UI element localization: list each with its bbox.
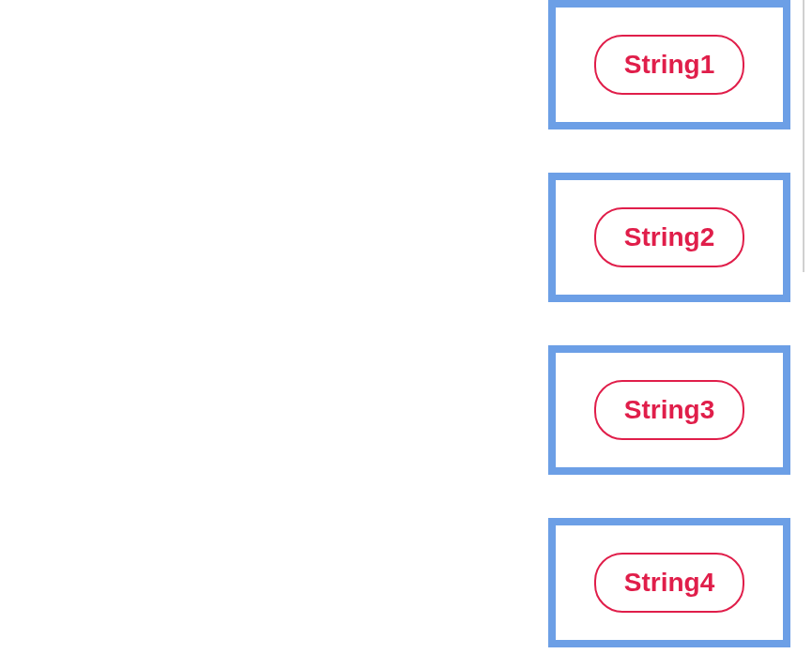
item-card[interactable]: String4 — [548, 518, 790, 647]
item-badge: String1 — [594, 35, 744, 95]
item-card[interactable]: String1 — [548, 0, 790, 129]
item-label: String2 — [624, 222, 714, 251]
item-list: String1 String2 String3 String4 — [548, 0, 812, 669]
item-card[interactable]: String3 — [548, 345, 790, 475]
item-label: String1 — [624, 50, 714, 79]
item-badge: String2 — [594, 207, 744, 267]
scrollbar-track[interactable] — [803, 0, 812, 272]
item-badge: String4 — [594, 553, 744, 613]
item-card[interactable]: String2 — [548, 173, 790, 302]
item-badge: String3 — [594, 380, 744, 440]
item-label: String3 — [624, 395, 714, 424]
item-label: String4 — [624, 568, 714, 597]
